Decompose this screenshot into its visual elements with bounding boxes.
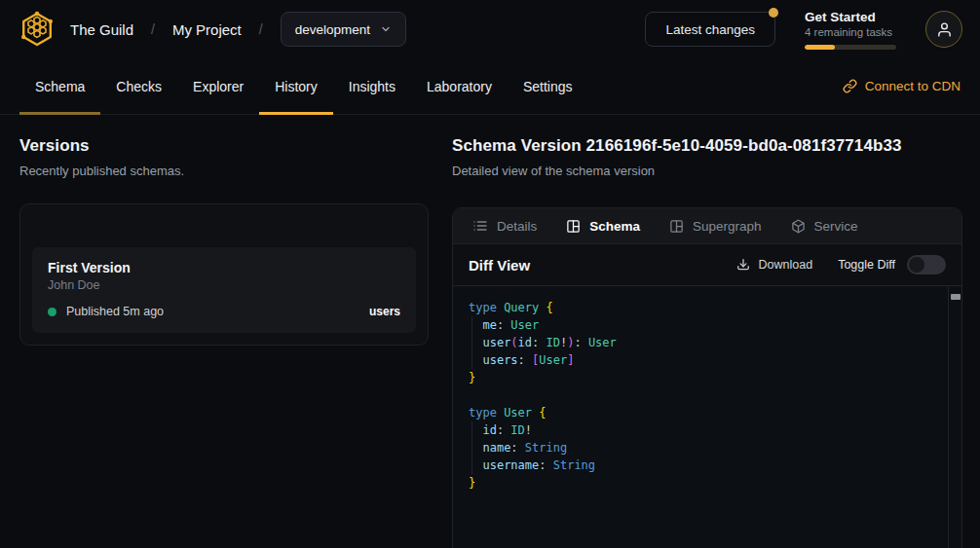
tab-label: Schema bbox=[35, 79, 85, 94]
breadcrumb-separator: / bbox=[151, 21, 155, 37]
get-started-progressbar bbox=[805, 45, 896, 50]
detail-tab-label: Service bbox=[814, 219, 858, 234]
scrollbar-thumb[interactable] bbox=[951, 294, 961, 300]
download-button[interactable]: Download bbox=[736, 258, 813, 272]
version-list-item[interactable]: First Version John Doe Published 5m ago … bbox=[32, 247, 416, 333]
version-status-row: Published 5m ago users bbox=[48, 305, 400, 318]
code-token: type bbox=[469, 301, 504, 314]
code-line: type User { bbox=[469, 404, 932, 421]
header-actions: Latest changes Get Started 4 remaining t… bbox=[645, 10, 962, 50]
schema-version-card: DetailsSchemaSupergraphService Diff View… bbox=[452, 207, 962, 548]
code-line: name: String bbox=[469, 439, 932, 457]
toggle-knob bbox=[909, 257, 924, 273]
published-status-dot bbox=[48, 308, 57, 316]
code-token: users bbox=[482, 353, 517, 367]
code-token: : bbox=[539, 458, 552, 472]
main-content: Versions Recently published schemas. Fir… bbox=[0, 115, 980, 548]
tab-insights[interactable]: Insights bbox=[333, 58, 411, 114]
box-icon bbox=[791, 219, 806, 234]
versions-title: Versions bbox=[19, 136, 429, 156]
hive-logo[interactable] bbox=[18, 10, 57, 49]
detail-tab-schema[interactable]: Schema bbox=[566, 219, 640, 234]
code-token: Query bbox=[504, 301, 546, 314]
get-started-subtitle: 4 remaining tasks bbox=[805, 26, 896, 38]
versions-panel: Versions Recently published schemas. Fir… bbox=[19, 115, 429, 346]
tab-label: Settings bbox=[523, 79, 573, 94]
toggle-diff-switch[interactable] bbox=[907, 255, 946, 274]
code-token: : bbox=[574, 336, 587, 349]
get-started-widget[interactable]: Get Started 4 remaining tasks bbox=[805, 10, 896, 50]
get-started-progress-fill bbox=[805, 45, 835, 50]
tab-history[interactable]: History bbox=[259, 58, 333, 114]
service-badge: users bbox=[369, 305, 400, 318]
tab-schema[interactable]: Schema bbox=[19, 58, 100, 114]
environment-dropdown[interactable]: development bbox=[281, 12, 406, 47]
diff-controls: Download Toggle Diff bbox=[736, 255, 946, 274]
code-token: ID bbox=[510, 423, 524, 437]
code-token: String bbox=[553, 458, 595, 472]
toggle-diff-label: Toggle Diff bbox=[838, 258, 895, 272]
code-line: username: String bbox=[469, 457, 932, 474]
chevron-down-icon bbox=[380, 23, 392, 35]
versions-subtitle: Recently published schemas. bbox=[19, 164, 429, 178]
breadcrumb-org[interactable]: The Guild bbox=[70, 21, 133, 38]
notification-dot bbox=[769, 8, 778, 18]
tab-label: Explorer bbox=[193, 79, 244, 94]
tab-laboratory[interactable]: Laboratory bbox=[411, 58, 508, 114]
tab-explorer[interactable]: Explorer bbox=[177, 58, 259, 114]
code-token: me bbox=[482, 318, 496, 332]
vertical-scrollbar bbox=[948, 286, 961, 548]
code-token: ( bbox=[510, 336, 517, 349]
detail-tab-details[interactable]: Details bbox=[472, 218, 537, 234]
code-line: user(id: ID!): User bbox=[469, 334, 932, 351]
detail-tab-service[interactable]: Service bbox=[791, 219, 858, 234]
detail-tab-supergraph[interactable]: Supergraph bbox=[669, 219, 762, 234]
code-line bbox=[469, 386, 932, 404]
breadcrumb-project[interactable]: My Project bbox=[172, 21, 242, 38]
app-header: The Guild / My Project / development Lat… bbox=[0, 0, 980, 58]
tab-label: Laboratory bbox=[427, 79, 492, 94]
latest-changes-button[interactable]: Latest changes bbox=[645, 12, 775, 47]
breadcrumb-separator: / bbox=[259, 21, 263, 37]
latest-changes-label: Latest changes bbox=[665, 22, 755, 37]
download-label: Download bbox=[759, 258, 813, 272]
code-line: } bbox=[469, 369, 932, 386]
layout-icon bbox=[566, 219, 581, 234]
connect-cdn-button[interactable]: Connect to CDN bbox=[843, 58, 961, 114]
code-token: id bbox=[518, 336, 532, 349]
tab-label: Insights bbox=[349, 79, 396, 94]
tab-label: History bbox=[275, 79, 318, 94]
code-line: } bbox=[469, 474, 932, 492]
connect-cdn-label: Connect to CDN bbox=[865, 79, 961, 93]
version-name: First Version bbox=[48, 260, 400, 275]
code-token: : bbox=[497, 423, 510, 437]
code-token: username bbox=[482, 458, 539, 472]
download-icon bbox=[736, 258, 750, 272]
avatar[interactable] bbox=[925, 11, 962, 48]
schema-version-subtitle: Detailed view of the schema version bbox=[452, 164, 962, 178]
code-line: type Query { bbox=[469, 299, 932, 316]
schema-version-title: Schema Version 2166196f-5e10-4059-bd0a-0… bbox=[452, 136, 962, 156]
tab-checks[interactable]: Checks bbox=[100, 58, 177, 114]
schema-code-lines: type Query { me: User user(id: ID!): Use… bbox=[453, 286, 961, 492]
detail-tab-strip: DetailsSchemaSupergraphService bbox=[453, 208, 961, 244]
link-icon bbox=[843, 79, 857, 93]
code-token: id bbox=[482, 423, 496, 437]
version-author: John Doe bbox=[48, 278, 400, 292]
toggle-diff-group: Toggle Diff bbox=[838, 255, 946, 274]
tab-settings[interactable]: Settings bbox=[508, 58, 588, 114]
detail-tab-label: Details bbox=[497, 219, 537, 234]
user-icon bbox=[936, 21, 953, 38]
list-icon bbox=[472, 218, 488, 234]
primary-nav-tabs: SchemaChecksExplorerHistoryInsightsLabor… bbox=[19, 58, 588, 114]
detail-tab-label: Schema bbox=[589, 219, 640, 234]
diff-view-header: Diff View Download Toggle Diff bbox=[453, 244, 961, 286]
code-token: } bbox=[469, 371, 475, 384]
versions-card: First Version John Doe Published 5m ago … bbox=[19, 203, 429, 346]
code-token: ] bbox=[567, 353, 574, 367]
schema-version-panel: Schema Version 2166196f-5e10-4059-bd0a-0… bbox=[452, 115, 962, 548]
code-token: user bbox=[482, 336, 510, 349]
layout-icon bbox=[669, 219, 684, 234]
code-line: id: ID! bbox=[469, 421, 932, 439]
schema-code-viewer[interactable]: type Query { me: User user(id: ID!): Use… bbox=[453, 286, 961, 548]
